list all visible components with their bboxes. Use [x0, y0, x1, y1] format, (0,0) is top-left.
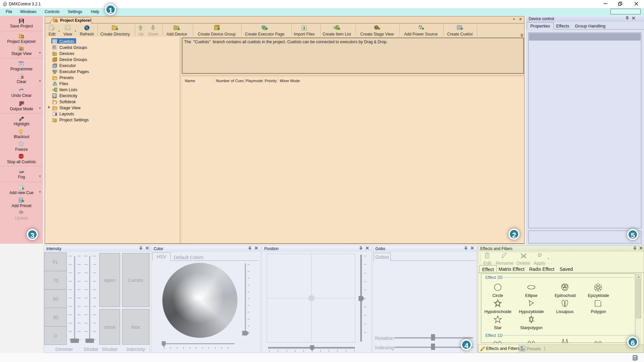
- svg-text:STOP: STOP: [19, 156, 23, 157]
